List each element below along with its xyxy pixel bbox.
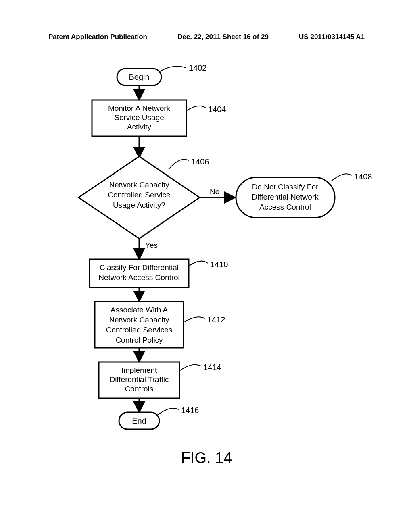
header-right: US 2011/0314145 A1 xyxy=(299,33,365,41)
figure-caption: FIG. 14 xyxy=(0,449,413,467)
flowchart: Begin 1402 Monitor A Network Service Usa… xyxy=(0,48,413,472)
svg-text:Controls: Controls xyxy=(125,384,154,393)
node-decision: Network Capacity Controlled Service Usag… xyxy=(79,156,200,239)
svg-text:Control Policy: Control Policy xyxy=(115,336,163,344)
svg-text:Do Not Classify For: Do Not Classify For xyxy=(252,183,319,191)
svg-text:Differential Traffic: Differential Traffic xyxy=(109,375,169,384)
svg-text:Classify For Differential: Classify For Differential xyxy=(100,263,179,272)
node-associate: Associate With A Network Capacity Contro… xyxy=(95,301,184,348)
svg-text:Network Capacity: Network Capacity xyxy=(109,316,169,324)
node-classify: Classify For Differential Network Access… xyxy=(90,259,189,287)
ref-1416: 1416 xyxy=(181,406,199,415)
node-implement: Implement Differential Traffic Controls … xyxy=(99,362,179,398)
ref-1412: 1412 xyxy=(207,315,225,324)
node-begin: Begin xyxy=(117,69,161,85)
node-end: End xyxy=(119,412,159,429)
svg-text:Usage Activity?: Usage Activity? xyxy=(113,201,165,209)
svg-text:Monitor A Network: Monitor A Network xyxy=(108,104,171,112)
svg-text:Controlled Service: Controlled Service xyxy=(108,191,170,199)
svg-text:Implement: Implement xyxy=(121,366,157,374)
svg-text:Activity: Activity xyxy=(127,123,152,131)
svg-text:Network Access Control: Network Access Control xyxy=(98,273,180,282)
svg-text:Differential Network: Differential Network xyxy=(252,193,319,201)
header-left: Patent Application Publication xyxy=(48,33,147,41)
node-end-label: End xyxy=(132,416,146,425)
edge-label-no: No xyxy=(210,187,219,196)
svg-text:Controlled Services: Controlled Services xyxy=(106,326,173,334)
svg-text:Access Control: Access Control xyxy=(259,203,311,211)
ref-1410: 1410 xyxy=(210,260,228,269)
ref-1408: 1408 xyxy=(354,172,372,181)
ref-1402: 1402 xyxy=(189,63,207,72)
svg-text:Network Capacity: Network Capacity xyxy=(109,181,169,189)
node-begin-label: Begin xyxy=(129,73,149,81)
edge-label-yes: Yes xyxy=(145,241,158,249)
ref-1406: 1406 xyxy=(191,157,209,166)
svg-text:Service Usage: Service Usage xyxy=(114,113,164,122)
node-do-not-classify: Do Not Classify For Differential Network… xyxy=(236,177,335,218)
ref-1404: 1404 xyxy=(208,105,226,114)
ref-1414: 1414 xyxy=(203,363,221,372)
page-header: Patent Application Publication Dec. 22, … xyxy=(0,33,413,44)
node-monitor: Monitor A Network Service Usage Activity… xyxy=(92,100,186,136)
svg-text:Associate With A: Associate With A xyxy=(111,305,168,314)
header-center: Dec. 22, 2011 Sheet 16 of 29 xyxy=(177,33,269,41)
